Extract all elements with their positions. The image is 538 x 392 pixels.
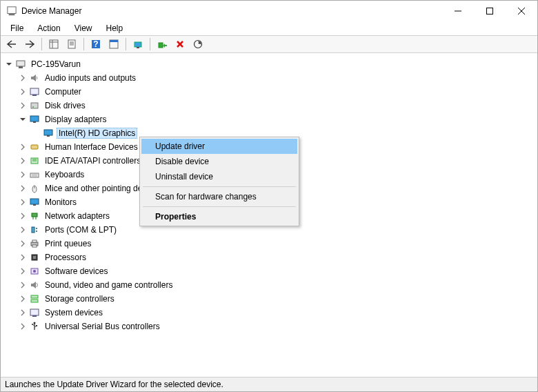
chevron-right-icon[interactable]	[18, 280, 28, 290]
chevron-right-icon[interactable]	[18, 142, 28, 152]
tree-category[interactable]: Audio inputs and outputs	[1, 71, 537, 85]
tree-root[interactable]: PC-195Varun	[1, 57, 537, 71]
svg-rect-25	[30, 88, 39, 95]
context-menu-separator	[143, 206, 296, 207]
close-button[interactable]	[506, 1, 537, 21]
chevron-right-icon[interactable]	[18, 294, 28, 304]
menu-action[interactable]: Action	[32, 22, 66, 35]
maximize-button[interactable]	[474, 1, 506, 21]
tree-node-label: Storage controllers	[43, 293, 117, 304]
tree-node-label: Universal Serial Bus controllers	[43, 321, 162, 332]
chevron-right-icon[interactable]	[18, 197, 28, 207]
context-menu-item[interactable]: Update driver	[141, 139, 297, 154]
svg-rect-57	[31, 295, 38, 298]
tree-node-label: Network adapters	[43, 210, 112, 222]
chevron-down-icon[interactable]	[18, 115, 28, 124]
context-menu-item[interactable]: Uninstall device	[141, 169, 297, 184]
forward-button[interactable]	[21, 37, 38, 52]
svg-point-62	[34, 322, 36, 324]
chevron-right-icon[interactable]	[18, 322, 28, 331]
tree-node-label: PC-195Varun	[29, 59, 83, 70]
svg-rect-6	[50, 40, 58, 48]
computer-root-icon	[15, 59, 26, 70]
menu-file[interactable]: File	[5, 22, 29, 35]
chevron-right-icon[interactable]	[18, 87, 28, 97]
computer-icon	[29, 86, 40, 97]
chevron-right-icon[interactable]	[18, 170, 28, 179]
show-hide-tree-button[interactable]	[46, 37, 62, 52]
tree-category[interactable]: Processors	[1, 251, 537, 264]
menubar: File Action View Help	[1, 21, 537, 35]
svg-point-56	[33, 270, 36, 273]
network-icon	[29, 210, 40, 222]
minimize-button[interactable]	[442, 1, 474, 21]
mouse-icon	[29, 183, 40, 194]
toolbar-separator	[126, 38, 126, 50]
svg-point-48	[36, 228, 37, 229]
chevron-right-icon[interactable]	[18, 101, 28, 110]
prop-sheet-button[interactable]	[106, 37, 122, 52]
system-icon	[29, 307, 40, 318]
svg-rect-1	[9, 14, 15, 15]
uninstall-button[interactable]	[154, 37, 170, 52]
tree-node-label: Intel(R) HD Graphics	[57, 128, 137, 139]
context-menu-item[interactable]: Properties	[141, 209, 297, 224]
menu-help[interactable]: Help	[101, 22, 129, 35]
chevron-right-icon[interactable]	[18, 225, 28, 235]
tree-node-label: Display adapters	[43, 114, 108, 125]
tree-category[interactable]: Storage controllers	[1, 292, 537, 306]
tree-node-label: Ports (COM & LPT)	[43, 224, 119, 235]
chevron-right-icon[interactable]	[18, 308, 28, 317]
chevron-right-icon[interactable]	[18, 253, 28, 262]
tree-node-label: Audio inputs and outputs	[43, 72, 138, 84]
svg-text:?: ?	[93, 39, 98, 49]
chevron-right-icon[interactable]	[18, 73, 28, 83]
tree-node-label: Monitors	[43, 197, 79, 208]
context-menu: Update driverDisable deviceUninstall dev…	[139, 137, 299, 226]
keyboard-icon	[29, 169, 40, 180]
update-driver-button[interactable]	[130, 37, 146, 52]
scan-hardware-button[interactable]	[190, 37, 206, 52]
tree-node-label: Software devices	[43, 266, 110, 277]
tree-category[interactable]: Universal Serial Bus controllers	[1, 320, 537, 333]
context-menu-separator	[143, 186, 296, 187]
tree-category[interactable]: Computer	[1, 85, 537, 99]
context-menu-item[interactable]: Scan for hardware changes	[141, 189, 297, 204]
svg-rect-16	[110, 40, 118, 42]
help-button[interactable]: ?	[88, 37, 104, 52]
sound-icon	[29, 280, 40, 291]
tree-node-label: System devices	[43, 307, 105, 318]
tree-category[interactable]: System devices	[1, 306, 537, 320]
svg-point-49	[36, 231, 37, 232]
chevron-right-icon[interactable]	[18, 184, 28, 193]
tree-category[interactable]: Sound, video and game controllers	[1, 278, 537, 292]
svg-rect-59	[30, 309, 39, 315]
svg-rect-44	[32, 213, 37, 217]
chevron-right-icon[interactable]	[18, 239, 28, 248]
chevron-right-icon[interactable]	[18, 211, 28, 221]
tree-node-label: Computer	[43, 86, 83, 97]
svg-rect-60	[32, 315, 37, 317]
context-menu-item[interactable]: Disable device	[141, 154, 297, 169]
svg-rect-29	[30, 116, 39, 121]
back-button[interactable]	[3, 37, 20, 52]
svg-rect-9	[68, 40, 75, 48]
tree-category[interactable]: Print queues	[1, 237, 537, 251]
toolbar: ?	[1, 35, 537, 53]
svg-rect-58	[31, 300, 38, 302]
menu-view[interactable]: View	[69, 22, 98, 35]
tree-node-label: IDE ATA/ATAPI controllers	[43, 155, 143, 166]
tree-category[interactable]: Disk drives	[1, 99, 537, 112]
chevron-right-icon[interactable]	[18, 266, 28, 276]
tree-category[interactable]: Software devices	[1, 264, 537, 278]
properties-button[interactable]	[63, 37, 80, 52]
tree-category[interactable]: Display adapters	[1, 112, 537, 126]
svg-rect-27	[31, 103, 38, 108]
toolbar-separator	[150, 38, 150, 50]
chevron-right-icon[interactable]	[18, 156, 28, 166]
disable-button[interactable]	[172, 37, 188, 52]
hid-icon	[29, 141, 40, 153]
chevron-down-icon[interactable]	[4, 59, 14, 69]
svg-rect-31	[44, 130, 52, 135]
svg-rect-18	[137, 47, 139, 48]
